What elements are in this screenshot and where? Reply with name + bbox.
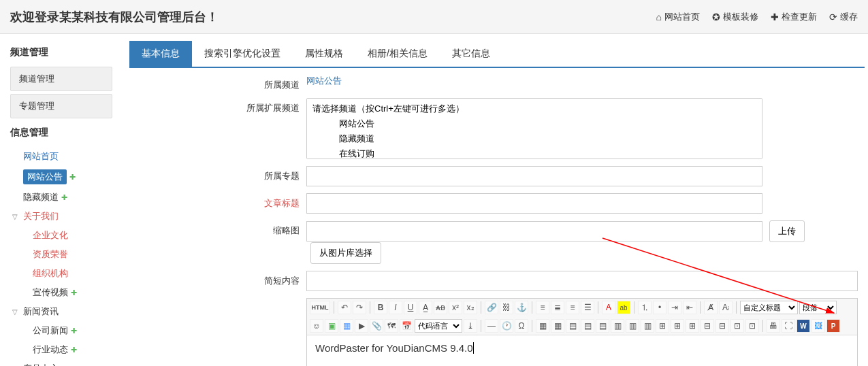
editor-btn-merge-down[interactable]: ⊞ xyxy=(686,319,699,333)
btn-pick-image[interactable]: 从图片库选择 xyxy=(310,242,381,264)
editor-btn-link[interactable]: 🔗 xyxy=(485,301,498,314)
add-icon[interactable]: ✚ xyxy=(71,288,77,297)
add-icon[interactable]: ✚ xyxy=(69,173,76,182)
sidebar-item[interactable]: 隐藏频道✚ xyxy=(12,188,123,207)
editor-btn-table[interactable]: ▦ xyxy=(536,319,549,333)
editor-btn-undo[interactable]: ↶ xyxy=(338,301,351,314)
editor-btn-split-row[interactable]: ⊟ xyxy=(716,319,729,333)
editor-btn-pagebreak[interactable]: ⤓ xyxy=(464,319,477,333)
sidebar-item[interactable]: 企业文化 xyxy=(12,226,123,245)
editor-btn-row-del[interactable]: ▤ xyxy=(596,319,609,333)
btn-upload[interactable]: 上传 xyxy=(769,220,805,242)
value-channel[interactable]: 网站公告 xyxy=(306,76,342,86)
ext-channel-option[interactable]: 在线订购 xyxy=(310,146,759,159)
select-ext-channel[interactable]: 请选择频道（按Ctrl+左键可进行多选） 网站公告 隐藏频道 在线订购 关于我们… xyxy=(306,98,762,159)
editor-btn-cell-merge[interactable]: ⊡ xyxy=(730,319,744,333)
editor-btn-anchor[interactable]: ⚓ xyxy=(515,301,528,314)
sidebar-item[interactable]: 网站首页 xyxy=(12,147,123,166)
add-icon[interactable]: ✚ xyxy=(71,327,77,335)
ext-channel-option[interactable]: 隐藏频道 xyxy=(310,131,759,146)
editor-btn-preview[interactable]: ⛶ xyxy=(782,319,795,333)
editor-btn-split-col[interactable]: ⊟ xyxy=(701,319,714,333)
editor-btn-font[interactable]: A̲ xyxy=(419,301,432,314)
editor-body[interactable]: WordPaster for YouDianCMS 9.4.0 xyxy=(307,335,857,366)
add-icon[interactable]: ✚ xyxy=(71,346,77,354)
editor-btn-net-image[interactable]: 🖼 xyxy=(811,319,825,333)
editor-btn-multi-image[interactable]: ▦ xyxy=(340,319,353,333)
sidebar-item[interactable]: 公司新闻✚ xyxy=(12,321,123,340)
editor-btn-print[interactable]: 🖶 xyxy=(767,319,780,333)
editor-btn-strike[interactable]: ᴀʙ xyxy=(434,301,447,314)
editor-btn-unlink[interactable]: ⛓ xyxy=(500,301,513,314)
editor-sel-custom-title[interactable]: 自定义标题 xyxy=(740,301,798,314)
editor-btn-align-justify[interactable]: ☰ xyxy=(581,301,594,314)
editor-btn-map[interactable]: 🗺 xyxy=(385,319,398,333)
editor-btn-bold[interactable]: B xyxy=(374,301,387,314)
editor-btn-sub[interactable]: x₂ xyxy=(464,301,477,314)
editor-btn-italic[interactable]: I xyxy=(389,301,402,314)
editor-btn-row-after[interactable]: ▤ xyxy=(581,319,594,333)
sidebar-btn-topic-manage[interactable]: 专题管理 xyxy=(10,94,112,118)
editor-btn-indent[interactable]: ⇥ xyxy=(668,301,681,314)
tab-attr[interactable]: 属性规格 xyxy=(293,41,355,67)
ext-channel-option[interactable]: 请选择频道（按Ctrl+左键可进行多选） xyxy=(310,101,759,116)
editor-btn-cell-split[interactable]: ⊡ xyxy=(745,319,759,333)
add-icon[interactable]: ✚ xyxy=(61,193,67,202)
editor-btn-outdent[interactable]: ⇤ xyxy=(683,301,696,314)
sidebar-item[interactable]: 网站公告✚ xyxy=(12,166,123,188)
editor-btn-backcolor[interactable]: ab xyxy=(617,301,630,314)
input-title[interactable] xyxy=(306,193,762,214)
editor-btn-sup[interactable]: x² xyxy=(449,301,462,314)
editor-btn-row-before[interactable]: ▤ xyxy=(566,319,579,333)
editor-sel-paragraph[interactable]: 段落 xyxy=(799,301,837,314)
input-brief[interactable] xyxy=(306,271,858,291)
tab-basic[interactable]: 基本信息 xyxy=(129,41,192,67)
editor-btn-table-del[interactable]: ▦ xyxy=(551,319,564,333)
editor-btn-forecolor[interactable]: A xyxy=(602,301,615,314)
sidebar-item[interactable]: 行业动态✚ xyxy=(12,340,123,359)
input-thumb[interactable] xyxy=(306,221,762,242)
editor-btn-emoticon[interactable]: ☺ xyxy=(310,319,323,333)
tab-other[interactable]: 其它信息 xyxy=(440,41,502,67)
editor-btn-removeformat[interactable]: A̸ xyxy=(704,301,718,314)
sidebar-item[interactable]: ▽产品中心 xyxy=(12,359,123,366)
sidebar-btn-channel-manage[interactable]: 频道管理 xyxy=(10,67,112,91)
editor-btn-align-right[interactable]: ≡ xyxy=(566,301,579,314)
tab-seo[interactable]: 搜索引擎优化设置 xyxy=(192,41,293,67)
editor-btn-hr[interactable]: — xyxy=(485,319,498,333)
topbar-link-cache[interactable]: ⟳缓存 xyxy=(829,11,858,23)
editor-btn-col-del[interactable]: ▥ xyxy=(641,319,654,333)
editor-btn-file[interactable]: 📎 xyxy=(370,319,383,333)
editor-btn-underline[interactable]: U xyxy=(404,301,417,314)
editor-btn-word[interactable]: W xyxy=(797,319,810,333)
editor-btn-date[interactable]: 📅 xyxy=(400,319,413,333)
editor-btn-col-after[interactable]: ▥ xyxy=(626,319,639,333)
editor-sel-code-lang[interactable]: 代码语言 xyxy=(415,319,462,333)
topbar-link-template[interactable]: ✪模板装修 xyxy=(712,11,758,23)
tab-album[interactable]: 相册/相关信息 xyxy=(355,41,440,67)
editor-btn-video[interactable]: ▶ xyxy=(355,319,368,333)
sidebar-item[interactable]: 宣传视频✚ xyxy=(12,283,123,302)
ext-channel-option[interactable]: 网站公告 xyxy=(310,116,759,131)
editor-btn-format[interactable]: Aᵢ xyxy=(719,301,733,314)
editor-btn-align-center[interactable]: ≣ xyxy=(551,301,564,314)
editor-btn-ul[interactable]: • xyxy=(653,301,666,314)
editor-btn-redo[interactable]: ↷ xyxy=(353,301,366,314)
editor-btn-html[interactable]: HTML xyxy=(310,301,330,314)
sidebar-item[interactable]: 资质荣誉 xyxy=(12,245,123,264)
editor-btn-special[interactable]: Ω xyxy=(515,319,528,333)
editor-btn-time[interactable]: 🕐 xyxy=(500,319,513,333)
editor-btn-image[interactable]: ▣ xyxy=(325,319,338,333)
topbar-link-home[interactable]: ⌂网站首页 xyxy=(656,11,700,23)
editor-btn-col-before[interactable]: ▥ xyxy=(611,319,624,333)
sidebar-item[interactable]: ▽新闻资讯 xyxy=(12,302,123,321)
editor-btn-ppt[interactable]: P xyxy=(826,319,840,333)
editor-btn-merge[interactable]: ⊞ xyxy=(656,319,669,333)
sidebar-item[interactable]: 组织机构 xyxy=(12,264,123,283)
sidebar-item[interactable]: ▽关于我们 xyxy=(12,207,123,226)
topbar-link-update[interactable]: ✚检查更新 xyxy=(771,11,817,23)
input-topic[interactable] xyxy=(306,166,762,186)
editor-btn-align-left[interactable]: ≡ xyxy=(536,301,549,314)
editor-btn-ol[interactable]: ⒈ xyxy=(638,301,652,314)
editor-btn-merge-right[interactable]: ⊞ xyxy=(671,319,684,333)
